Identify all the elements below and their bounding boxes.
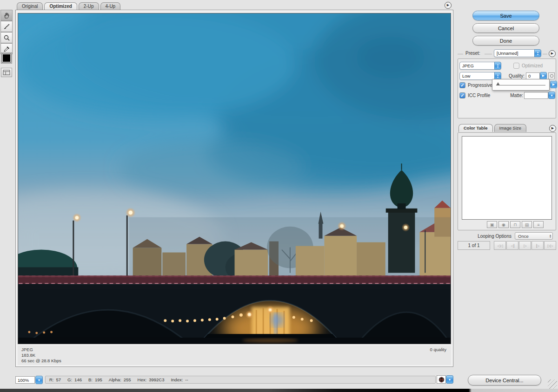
color-table-menu-button[interactable]: ▶ [549,125,556,132]
progressive-checkbox[interactable]: ✓ [459,82,465,88]
format-value: JPEG [462,63,474,68]
frame-counter: 1 of 1 [458,241,490,250]
hand-tool[interactable] [0,10,13,21]
icc-profile-label: ICC Profile [468,93,490,98]
snap-to-web-palette-button[interactable]: ▣ [487,221,497,228]
optimized-label: Optimized [522,63,543,68]
browser-dropdown-button[interactable]: ▼ [446,375,453,384]
quality-label: Quality: [505,73,525,78]
looping-options-label: Looping Options [469,234,512,239]
tab-original[interactable]: Original [17,2,43,10]
b-label: B: [88,377,93,382]
browser-globe-icon [438,377,445,383]
window-bottom-edge [0,389,558,392]
color-readout: R:57 G:146 B:195 Alpha:255 Hex:3992C3 In… [45,376,436,384]
playback-controls: ◁◁ ◁| ▷ |▷ ▷▷ [494,241,556,250]
quality-slider-popup [492,79,550,91]
info-format: JPEG [21,347,447,353]
tab-2up[interactable]: 2-Up [79,2,99,10]
device-central-button[interactable]: Device Central... [468,375,541,385]
stepper-icon: ▲▼ [494,62,501,70]
new-color-button[interactable]: ▤ [522,221,532,228]
looping-dropdown[interactable]: Once ▲▼ [515,232,553,240]
info-file-size: 183.8K [21,353,447,358]
format-dropdown[interactable]: JPEG ▲▼ [459,62,501,70]
toggle-slices-visibility-button[interactable] [1,68,12,77]
mask-channel-icon [550,74,554,78]
next-frame-button[interactable]: |▷ [531,241,544,250]
matte-dropdown-button[interactable]: ▼ [548,91,555,99]
hex-value: 3992C3 [149,377,164,382]
web-shift-icon: ◉ [502,222,505,227]
eyedropper-color-well[interactable] [1,52,12,64]
slider-popup-arrow-button[interactable]: ▶ [550,81,557,88]
done-button[interactable]: Done [472,36,539,46]
hand-icon [3,12,10,19]
alpha-value: 255 [124,377,131,382]
magnifier-icon [3,34,10,41]
icc-profile-checkbox[interactable]: ✓ [459,92,465,98]
last-frame-button[interactable]: ▷▷ [544,241,556,250]
slice-select-tool[interactable] [0,21,13,32]
last-frame-icon: ▷▷ [547,243,552,248]
info-quality-note: 0 quality [430,347,446,353]
preset-dropdown[interactable]: [Unnamed] ▲▼ [494,49,541,57]
preset-value: [Unnamed] [497,51,518,56]
quality-slider-button[interactable]: ▶ [540,72,547,79]
view-tabs: Original Optimized 2-Up 4-Up [17,2,122,10]
looping-value: Once [518,234,529,239]
lock-color-icon: ⊓ [513,222,517,227]
tab-4up[interactable]: 4-Up [100,2,121,10]
info-download-time: 66 sec @ 28.8 Kbps [21,358,447,364]
quality-slider-track[interactable] [496,85,545,85]
divider [485,54,492,54]
eyedropper-icon [3,46,10,52]
color-table-buttons: ▣ ◉ ⊓ ▤ ≡ [487,221,544,228]
zoom-dropdown-button[interactable]: ▼ [35,376,43,384]
color-table-swatches[interactable] [462,136,552,220]
slice-knife-icon [3,23,10,30]
r-value: 57 [56,377,61,382]
quality-slider-thumb[interactable] [496,82,500,85]
zoom-tool[interactable] [0,32,13,43]
g-value: 146 [74,377,82,382]
compression-value: Low [462,73,470,78]
stepper-icon: ▲▼ [534,49,541,57]
optimized-preview-image[interactable] [18,13,451,344]
first-frame-button[interactable]: ◁◁ [494,241,506,250]
new-color-icon: ▤ [525,222,529,227]
first-frame-icon: ◁◁ [497,243,502,248]
progressive-label: Progressive [468,83,492,88]
zoom-level-field[interactable]: 100% [15,376,35,384]
cancel-button[interactable]: Cancel [472,23,539,33]
color-table-panel: ▣ ◉ ⊓ ▤ ≡ [458,132,556,230]
delete-color-button[interactable]: ≡ [533,221,544,228]
preview-frame: JPEG 183.8K 66 sec @ 28.8 Kbps 0 quality [15,10,453,367]
divider [543,54,547,54]
previous-frame-button[interactable]: ◁| [506,241,518,250]
quality-channel-mask-button[interactable] [548,72,555,79]
quality-field[interactable]: 0 [526,72,540,79]
snap-to-web-palette-icon: ▣ [490,222,494,227]
optimize-info: JPEG 183.8K 66 sec @ 28.8 Kbps 0 quality [18,346,451,365]
matte-field[interactable] [524,92,548,99]
web-shift-button[interactable]: ◉ [498,221,509,228]
preset-menu-button[interactable]: ▶ [549,50,556,57]
prague-bridge-photo [18,13,451,344]
tab-color-table[interactable]: Color Table [458,124,493,132]
lock-color-button[interactable]: ⊓ [510,221,520,228]
preview-in-browser-button[interactable] [437,375,446,384]
slices-visibility-icon [3,70,10,75]
play-button[interactable]: ▷ [519,241,531,250]
preset-label: Preset: [465,51,480,56]
previous-frame-icon: ◁| [511,243,514,248]
resize-grip[interactable] [548,379,557,389]
save-button[interactable]: Save [472,11,539,20]
tab-image-size[interactable]: Image Size [494,124,527,132]
eyedropper-color-swatch [2,54,11,62]
preview-menu-button[interactable]: ▶ [445,2,452,9]
optimized-checkbox[interactable]: ✓ [513,63,519,69]
save-for-web-dialog: Original Optimized 2-Up 4-Up ▶ [0,0,558,392]
tab-optimized[interactable]: Optimized [44,2,77,10]
next-frame-icon: |▷ [536,243,539,248]
